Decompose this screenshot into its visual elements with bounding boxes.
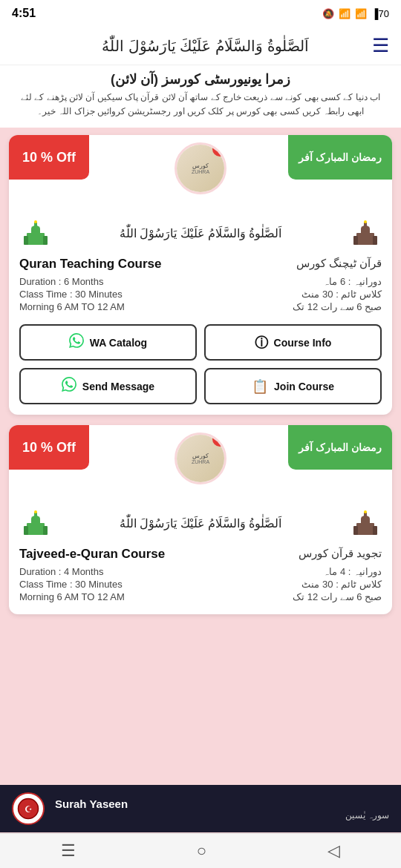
card-body-1: اَلصَّلٰوةُ وَالسَّلَامُ عَلَيْكَ يَارَس… — [9, 180, 392, 415]
course-title-en-1: Quran Teaching Course — [19, 257, 200, 272]
nav-back-icon[interactable]: ◁ — [327, 841, 340, 861]
mosque-left-2 — [19, 507, 52, 539]
course-titles-2: Tajveed-e-Quran Course تجوید قرآن کورس — [19, 547, 382, 562]
course-card-2: 10 % Off کورس ZUHRA 2 رمضان المبارک آفر — [9, 425, 392, 614]
ramadan-badge-1: رمضان المبارک آفر — [288, 135, 392, 180]
whatsapp-icon-1 — [69, 333, 84, 352]
main-content: 10 % Off کورس ZUHRA 1 رمضان المبارک آفر — [0, 128, 401, 632]
svg-rect-20 — [43, 526, 48, 535]
off-badge-2: 10 % Off — [9, 425, 89, 470]
course-title-ur-1: قرآن ٹیچنگ کورس — [200, 257, 382, 270]
card-buttons-1: WA Catalog ⓘ Course Info Send Message 📋 … — [19, 324, 382, 404]
send-message-button[interactable]: Send Message — [19, 368, 197, 404]
header-title: اَلصَّلٰوةُ وَالسَّلَامُ عَلَيْكَ يَارَس… — [39, 37, 372, 55]
nav-menu-icon[interactable]: ☰ — [61, 841, 76, 861]
svg-rect-6 — [43, 236, 48, 245]
course-schedule-ur-2: صبح 6 سے رات 12 تک — [293, 591, 382, 602]
course-info-label: Course Info — [274, 337, 332, 349]
status-bar: 4:51 🔕 📶 📶 ▐70 — [0, 0, 401, 27]
svg-rect-13 — [373, 236, 377, 245]
sub-header-desc: اب دنیا کے کسی بھی کونے سے ذریعت خارج کے… — [12, 88, 389, 125]
whatsapp-icon-2 — [62, 377, 76, 395]
course-titles-1: Quran Teaching Course قرآن ٹیچنگ کورس — [19, 257, 382, 272]
svg-rect-26 — [353, 526, 358, 535]
svg-rect-17 — [34, 513, 37, 519]
course-schedule-en-2: Morning 6 AM TO 12 AM — [19, 591, 125, 602]
notification-icon: 🔕 — [322, 8, 334, 19]
course-duration-ur-1: دورانیہ : 6 ماہ — [323, 276, 382, 287]
ramadan-badge-2: رمضان المبارک آفر — [288, 425, 392, 470]
nav-home-icon[interactable]: ○ — [197, 841, 206, 861]
join-course-label: Join Course — [274, 381, 334, 392]
course-classtime-en-1: Class Time : 30 Minutes — [19, 289, 123, 300]
svg-rect-14 — [27, 523, 45, 535]
svg-rect-12 — [353, 236, 358, 245]
card-top-bar-2: 10 % Off کورس ZUHRA 2 رمضان المبارک آفر — [9, 425, 392, 470]
signal-icon: 📶 — [355, 8, 367, 19]
course-duration-ur-2: دورانیہ : 4 ماہ — [323, 566, 382, 577]
player-title: Surah Yaseen — [55, 798, 389, 810]
arabic-text-2: اَلصَّلٰوةُ وَالسَّلَامُ عَلَيْكَ يَارَس… — [52, 516, 349, 530]
course-info-button[interactable]: ⓘ Course Info — [204, 324, 382, 361]
bottom-player[interactable]: ☪ Surah Yaseen سورہ یٰسین — [0, 785, 401, 832]
notification-badge-1: 1 — [212, 142, 226, 157]
mosque-left-1 — [19, 217, 52, 249]
svg-rect-10 — [364, 223, 367, 228]
menu-icon[interactable]: ☰ — [372, 34, 389, 57]
card-arabic-header-2: اَلصَّلٰوةُ وَالسَّلَامُ عَلَيْكَ يَارَس… — [19, 507, 382, 539]
join-course-button[interactable]: 📋 Join Course — [204, 368, 382, 404]
course-title-ur-2: تجوید قرآن کورس — [200, 547, 382, 560]
notification-badge-2: 2 — [212, 433, 226, 447]
svg-rect-24 — [364, 513, 367, 519]
course-duration-row-1: Duration : 6 Months دورانیہ : 6 ماہ — [19, 276, 382, 287]
player-text: Surah Yaseen سورہ یٰسین — [55, 798, 389, 821]
course-classtime-ur-1: کلاس ٹائم : 30 منٹ — [301, 289, 382, 300]
wa-catalog-button[interactable]: WA Catalog — [19, 324, 197, 361]
info-icon-1: ⓘ — [255, 334, 268, 352]
player-subtitle: سورہ یٰسین — [55, 810, 389, 821]
svg-rect-3 — [34, 223, 37, 228]
svg-point-11 — [364, 220, 367, 223]
course-duration-en-2: Duration : 4 Months — [19, 566, 103, 577]
status-time: 4:51 — [12, 7, 36, 20]
course-schedule-en-1: Morning 6 AM TO 12 AM — [19, 301, 125, 312]
course-card-1: 10 % Off کورس ZUHRA 1 رمضان المبارک آفر — [9, 135, 392, 415]
course-classtime-ur-2: کلاس ٹائم : 30 منٹ — [301, 579, 382, 590]
wa-catalog-label: WA Catalog — [90, 337, 147, 349]
arabic-text-1: اَلصَّلٰوةُ وَالسَّلَامُ عَلَيْكَ يَارَس… — [52, 226, 349, 240]
card-thumbnail-2: کورس ZUHRA 2 — [175, 433, 226, 484]
card-arabic-header-1: اَلصَّلٰوةُ وَالسَّلَامُ عَلَيْكَ يَارَس… — [19, 217, 382, 249]
svg-rect-5 — [24, 236, 28, 245]
course-duration-row-2: Duration : 4 Months دورانیہ : 4 ماہ — [19, 566, 382, 577]
svg-rect-7 — [356, 233, 374, 245]
course-classtime-row-1: Class Time : 30 Minutes کلاس ٹائم : 30 م… — [19, 289, 382, 300]
svg-point-4 — [34, 220, 37, 223]
card-thumbnail-1: کورس ZUHRA 1 — [175, 142, 226, 194]
course-title-en-2: Tajveed-e-Quran Course — [19, 547, 200, 562]
mosque-right-2 — [349, 507, 382, 539]
course-duration-en-1: Duration : 6 Months — [19, 276, 103, 287]
sub-header-title: زمرا یونیورسٹی کورسز (آن لائن) — [12, 71, 389, 88]
svg-point-18 — [34, 510, 37, 513]
document-icon-1: 📋 — [252, 378, 268, 395]
top-header: اَلصَّلٰوةُ وَالسَّلَامُ عَلَيْكَ يَارَس… — [0, 27, 401, 65]
off-badge-1: 10 % Off — [9, 135, 89, 180]
svg-rect-21 — [356, 523, 374, 535]
mosque-right-1 — [349, 217, 382, 249]
card-body-2: اَلصَّلٰوةُ وَالسَّلَامُ عَلَيْكَ يَارَس… — [9, 470, 392, 614]
bottom-navigation: ☰ ○ ◁ — [0, 833, 401, 868]
svg-rect-19 — [24, 526, 28, 535]
course-schedule-row-2: Morning 6 AM TO 12 AM صبح 6 سے رات 12 تک — [19, 591, 382, 602]
svg-text:☪: ☪ — [25, 804, 33, 815]
wifi-icon: 📶 — [339, 8, 351, 19]
send-message-label: Send Message — [82, 381, 154, 392]
sub-header: زمرا یونیورسٹی کورسز (آن لائن) اب دنیا ک… — [0, 65, 401, 128]
card-top-bar-1: 10 % Off کورس ZUHRA 1 رمضان المبارک آفر — [9, 135, 392, 180]
svg-rect-27 — [373, 526, 377, 535]
status-icons: 🔕 📶 📶 ▐70 — [322, 8, 389, 19]
svg-point-25 — [364, 510, 367, 513]
player-avatar: ☪ — [12, 792, 45, 825]
course-schedule-row-1: Morning 6 AM TO 12 AM صبح 6 سے رات 12 تک — [19, 301, 382, 312]
svg-rect-0 — [27, 233, 45, 245]
course-classtime-en-2: Class Time : 30 Minutes — [19, 579, 123, 590]
